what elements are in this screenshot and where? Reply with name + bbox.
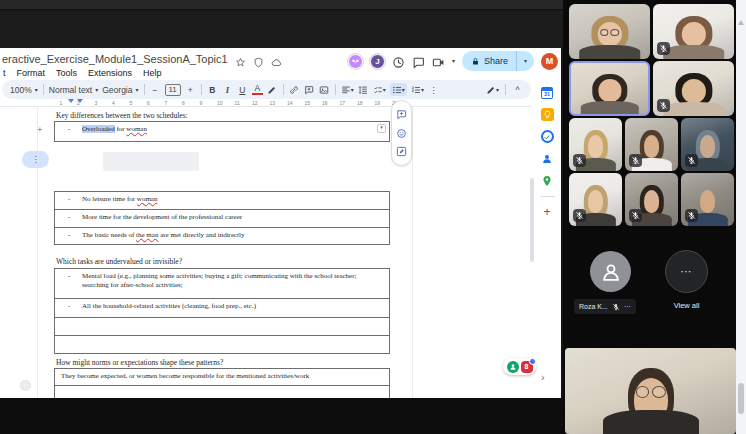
menu-item-truncated[interactable]: t: [3, 68, 6, 78]
more-options-icon[interactable]: ⋯: [624, 303, 631, 311]
paragraph-style-select[interactable]: Normal text▾: [49, 85, 98, 95]
doc-question-3[interactable]: How might norms or expectations shape th…: [56, 358, 223, 367]
table-row-empty[interactable]: [54, 335, 390, 354]
cell-dropdown-icon[interactable]: ▾: [377, 124, 386, 133]
font-size-increase-button[interactable]: +: [185, 83, 196, 96]
document-canvas[interactable]: Key differences between the two schedule…: [0, 107, 531, 398]
italic-button[interactable]: I: [222, 83, 233, 96]
tasks-icon[interactable]: [541, 130, 554, 143]
highlight-color-button[interactable]: [267, 83, 278, 96]
doc-answer-box-1[interactable]: - Overloaded for woman ▾: [54, 121, 390, 142]
view-all-button[interactable]: ⋯: [665, 250, 708, 293]
meet-scrollbar[interactable]: [736, 0, 746, 434]
suggest-edits-icon[interactable]: [396, 146, 407, 157]
version-history-icon[interactable]: [392, 55, 405, 68]
extension-icon-red[interactable]: 8: [521, 361, 533, 373]
menu-item-tools[interactable]: Tools: [56, 68, 77, 78]
numbered-list-button[interactable]: ▾: [411, 83, 424, 96]
zoom-select[interactable]: 100%▾: [10, 85, 38, 95]
collaborator-avatar-butterfly[interactable]: [348, 54, 363, 69]
insert-image-button[interactable]: [319, 83, 330, 96]
editing-mode-button[interactable]: ▾: [486, 83, 499, 96]
scrollbar-up-arrow-icon[interactable]: [738, 20, 744, 25]
participant-video-tile-active-speaker[interactable]: [569, 61, 650, 116]
bulleted-list-button[interactable]: ▾: [390, 83, 407, 96]
font-size-input[interactable]: 11: [165, 84, 181, 96]
scrollbar-thumb[interactable]: [738, 383, 744, 414]
keep-icon[interactable]: [541, 108, 554, 121]
mic-muted-icon: [629, 154, 642, 167]
meet-caret-icon[interactable]: ▾: [452, 58, 455, 64]
toolbar-separator: [505, 84, 506, 95]
share-dropdown[interactable]: ▾: [516, 51, 534, 71]
collaborator-avatar-j[interactable]: J: [370, 54, 385, 69]
shield-status-icon: [253, 54, 264, 65]
participant-video-tile[interactable]: [569, 4, 650, 59]
participant-video-tile[interactable]: [681, 173, 734, 226]
mic-muted-icon: [573, 154, 586, 167]
insert-link-button[interactable]: [289, 83, 300, 96]
get-addons-plus-icon[interactable]: +: [543, 206, 550, 218]
doc-answer-text[interactable]: Overloaded for woman: [82, 125, 147, 133]
share-button[interactable]: Share ▾: [462, 51, 534, 71]
participant-name: Roza K...: [579, 303, 608, 310]
add-comment-button[interactable]: [304, 83, 315, 96]
table-row[interactable]: - Mental load (e.g., planning some activ…: [54, 268, 390, 299]
mic-muted-icon: [629, 209, 642, 222]
drag-handle-pill[interactable]: ⋮: [22, 151, 49, 168]
participant-video-tile[interactable]: [625, 173, 678, 226]
emoji-reaction-icon[interactable]: [396, 128, 407, 139]
participant-video-tile[interactable]: [653, 4, 734, 59]
table-row-empty[interactable]: [54, 317, 390, 336]
doc-question-1[interactable]: Key differences between the two schedule…: [56, 111, 188, 120]
participant-video-tile[interactable]: [653, 61, 734, 116]
table-handle-icon[interactable]: [20, 380, 31, 391]
underline-button[interactable]: U: [237, 83, 248, 96]
ruler[interactable]: 1234567891011121314151617181920: [0, 99, 531, 107]
line-spacing-button[interactable]: [358, 83, 369, 96]
participant-video-tile[interactable]: [625, 118, 678, 171]
menu-item-extensions[interactable]: Extensions: [88, 68, 132, 78]
menu-item-format[interactable]: Format: [17, 68, 46, 78]
table-row[interactable]: - All the household-related activities (…: [54, 298, 390, 318]
contacts-icon[interactable]: [541, 152, 554, 165]
comments-icon[interactable]: [412, 55, 425, 68]
bold-button[interactable]: B: [207, 83, 218, 96]
table-row[interactable]: - The basic needs of the man are met dir…: [54, 227, 390, 245]
mic-muted-icon: [657, 99, 670, 112]
add-comment-icon[interactable]: [396, 109, 407, 120]
collapse-toolbar-button[interactable]: ^: [512, 83, 523, 96]
meet-camera-icon[interactable]: [432, 55, 445, 68]
side-panel-chevron-icon[interactable]: ›: [541, 371, 545, 383]
desktop-background-top: [0, 0, 563, 48]
participant-video-tile[interactable]: [569, 118, 622, 171]
checklist-button[interactable]: ▾: [373, 83, 386, 96]
header-right-cluster: J ▾ Share ▾ M: [348, 50, 558, 72]
participant-video-tile[interactable]: [681, 118, 734, 171]
text-color-button[interactable]: A: [252, 84, 263, 95]
audio-only-participant-avatar[interactable]: [590, 251, 631, 292]
document-scrollbar[interactable]: [530, 178, 534, 262]
insert-block-plus-icon[interactable]: +: [37, 125, 43, 135]
table-row[interactable]: - No leisure time for woman: [54, 191, 390, 210]
self-video-tile[interactable]: [565, 348, 736, 434]
ellipsis-icon: ⋯: [681, 265, 693, 278]
table-row[interactable]: - More time for the development of the p…: [54, 209, 390, 228]
font-select[interactable]: Georgia▾: [102, 85, 138, 95]
toolbar-more-button[interactable]: ⋮: [428, 83, 439, 96]
align-button[interactable]: ▾: [341, 83, 354, 96]
extension-badge-icon: [529, 358, 536, 365]
maps-icon[interactable]: [541, 174, 554, 187]
star-icon[interactable]: [235, 54, 246, 65]
account-avatar-m[interactable]: M: [541, 53, 558, 70]
participant-video-tile[interactable]: [569, 173, 622, 226]
participant-name-pill[interactable]: Roza K... ⋯: [574, 299, 636, 314]
font-size-decrease-button[interactable]: −: [150, 83, 161, 96]
indent-marker-icon[interactable]: [68, 99, 74, 103]
menu-item-help[interactable]: Help: [143, 68, 162, 78]
doc-title[interactable]: eractive_Exercise_Module1_SessionA_Topic…: [2, 53, 228, 65]
calendar-icon[interactable]: 31: [541, 86, 554, 99]
doc-question-2[interactable]: Which tasks are undervalued or invisible…: [56, 257, 182, 266]
doc-answer-box-3[interactable]: They become expected, or women become re…: [54, 368, 390, 398]
extension-icon-green[interactable]: [507, 361, 519, 373]
